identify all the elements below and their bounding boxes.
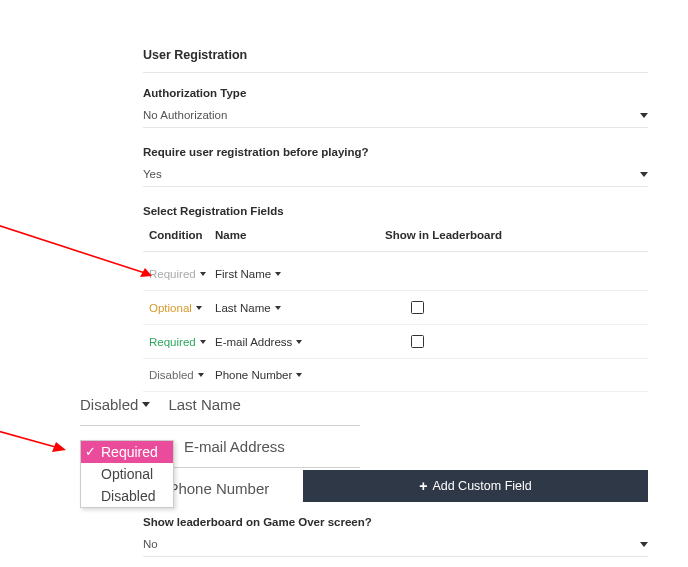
auth-type-label: Authorization Type [143, 87, 648, 99]
col-name-label: Name [215, 229, 385, 241]
caret-down-icon [296, 340, 302, 344]
condition-value: Disabled [149, 369, 194, 381]
caret-down-icon [142, 402, 150, 407]
condition-select[interactable]: Optional [149, 302, 215, 314]
caret-down-icon [200, 272, 206, 276]
caret-down-icon [640, 542, 648, 547]
registration-fields-header: Condition Name Show in Leaderboard [143, 223, 648, 247]
overlay-field-name: Last Name [168, 396, 241, 413]
caret-down-icon [196, 306, 202, 310]
condition-select[interactable]: Required [149, 336, 215, 348]
field-name-value: E-mail Address [215, 336, 292, 348]
caret-down-icon [275, 306, 281, 310]
table-row: RequiredFirst Name [143, 258, 648, 291]
caret-down-icon [640, 113, 648, 118]
field-name-select[interactable]: Last Name [215, 302, 385, 314]
require-registration-select[interactable]: Yes [143, 164, 648, 187]
table-row: OptionalLast Name [143, 291, 648, 325]
condition-select[interactable]: Disabled [149, 369, 215, 381]
caret-down-icon [200, 340, 206, 344]
show-in-leaderboard-cell [385, 335, 648, 348]
caret-down-icon [275, 272, 281, 276]
condition-dropdown[interactable]: RequiredOptionalDisabled [80, 440, 174, 508]
overlay-row: Disabled Last Name [80, 388, 360, 421]
overlay-field-name: E-mail Address [184, 438, 285, 455]
condition-option[interactable]: Required [81, 441, 173, 463]
field-name-value: Phone Number [215, 369, 292, 381]
overlay-field-name: Phone Number [168, 480, 269, 497]
condition-value: Required [149, 336, 196, 348]
field-name-select[interactable]: Phone Number [215, 369, 385, 381]
show-in-leaderboard-checkbox[interactable] [411, 301, 424, 314]
field-name-select[interactable]: E-mail Address [215, 336, 385, 348]
add-custom-field-label: Add Custom Field [432, 479, 531, 493]
overlay-condition-select[interactable]: Disabled [80, 396, 150, 413]
show-leaderboard-label: Show leaderboard on Game Over screen? [143, 516, 648, 528]
registration-fields-label: Select Registration Fields [143, 205, 648, 217]
field-name-select[interactable]: First Name [215, 268, 385, 280]
show-in-leaderboard-cell [385, 301, 648, 314]
condition-select[interactable]: Required [149, 268, 215, 280]
require-registration-label: Require user registration before playing… [143, 146, 648, 158]
caret-down-icon [640, 172, 648, 177]
auth-type-value: No Authorization [143, 109, 227, 121]
condition-option[interactable]: Optional [81, 463, 173, 485]
svg-line-0 [0, 224, 148, 274]
show-leaderboard-select[interactable]: No [143, 534, 648, 557]
field-name-value: First Name [215, 268, 271, 280]
add-custom-field-button[interactable]: + Add Custom Field [303, 470, 648, 502]
show-in-leaderboard-checkbox[interactable] [411, 335, 424, 348]
caret-down-icon [296, 373, 302, 377]
caret-down-icon [198, 373, 204, 377]
condition-value: Optional [149, 302, 192, 314]
annotation-arrow-1 [0, 224, 158, 282]
svg-marker-3 [52, 442, 66, 452]
page-title: User Registration [143, 48, 648, 62]
show-leaderboard-value: No [143, 538, 158, 550]
field-name-value: Last Name [215, 302, 271, 314]
auth-type-select[interactable]: No Authorization [143, 105, 648, 128]
condition-option[interactable]: Disabled [81, 485, 173, 507]
col-show-label: Show in Leaderboard [385, 229, 648, 241]
table-row: RequiredE-mail Address [143, 325, 648, 359]
col-condition-label: Condition [149, 229, 215, 241]
annotation-arrow-2 [0, 430, 74, 460]
svg-line-2 [0, 430, 59, 448]
require-registration-value: Yes [143, 168, 162, 180]
plus-icon: + [419, 479, 427, 493]
